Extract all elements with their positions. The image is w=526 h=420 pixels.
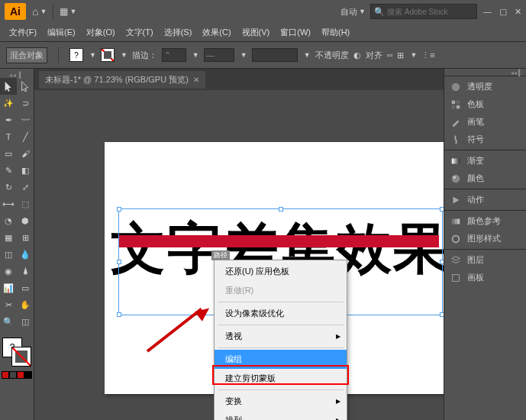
align-icon[interactable]: ▫▫	[387, 50, 393, 60]
chevron-down-icon[interactable]: ▼	[410, 51, 417, 59]
panel-collapse-icon[interactable]: ◂◂ ▍	[444, 69, 526, 76]
hand-tool[interactable]: ✋	[17, 296, 34, 313]
rotate-tool[interactable]: ↻	[0, 179, 17, 195]
shape-builder-tool[interactable]: ◔	[0, 212, 17, 229]
symbol-sprayer-tool[interactable]: 🌢	[17, 263, 34, 279]
brush-def[interactable]	[252, 48, 298, 62]
lasso-tool[interactable]: ⊃	[17, 95, 34, 111]
chevron-down-icon[interactable]: ▼	[359, 8, 366, 15]
menu-effect[interactable]: 效果(C)	[198, 25, 235, 40]
home-icon[interactable]: ⌂	[32, 5, 38, 18]
handle[interactable]	[440, 260, 444, 264]
cm-make-clip[interactable]: 建立剪切蒙版	[215, 369, 347, 388]
eraser-tool[interactable]: ◧	[17, 162, 34, 179]
print-tiling-tool[interactable]: ◫	[17, 313, 34, 330]
menu-type[interactable]: 文字(T)	[121, 25, 158, 40]
transform-icon[interactable]: ⊞	[397, 50, 404, 60]
menu-object[interactable]: 对象(O)	[82, 25, 120, 40]
cm-arrange[interactable]: 排列	[215, 411, 347, 420]
handle[interactable]	[117, 312, 121, 317]
panel-color-guide[interactable]: 颜色参考	[444, 212, 526, 230]
paintbrush-tool[interactable]: 🖌	[17, 145, 34, 162]
auto-label[interactable]: 自动	[340, 6, 357, 18]
stroke-color[interactable]	[11, 347, 31, 367]
cm-perspective[interactable]: 透视	[215, 327, 347, 346]
maximize-icon[interactable]: ▢	[499, 7, 507, 17]
direct-selection-tool[interactable]	[17, 78, 34, 95]
menu-file[interactable]: 文件(F)	[5, 25, 41, 40]
stroke-profile[interactable]: —	[204, 48, 234, 62]
gradient-tool[interactable]: ◫	[0, 246, 17, 263]
fill-swatch[interactable]	[69, 48, 83, 62]
color-mode-strip[interactable]	[2, 371, 32, 379]
panel-color[interactable]: 颜色	[444, 170, 526, 187]
magic-wand-tool[interactable]: ✨	[0, 95, 17, 111]
handle[interactable]	[279, 207, 283, 212]
more-options-icon[interactable]: ⋮≡	[421, 50, 434, 60]
panel-actions[interactable]: 动作	[444, 191, 526, 208]
panel-grip[interactable]: ◂◂ ▍	[0, 72, 34, 78]
shaper-tool[interactable]: ✎	[0, 162, 17, 179]
panel-gradient[interactable]: 渐变	[444, 152, 526, 170]
slice-tool[interactable]: ✂	[0, 296, 17, 313]
cm-group[interactable]: 编组	[215, 350, 347, 369]
search-stock-input[interactable]: 🔍	[370, 4, 477, 19]
chevron-down-icon[interactable]: ▼	[240, 51, 247, 59]
menu-window[interactable]: 窗口(W)	[276, 25, 315, 40]
perspective-tool[interactable]: ▦	[0, 229, 17, 246]
document-tab[interactable]: 未标题-1* @ 71.23% (RGB/GPU 预览) ✕	[39, 71, 205, 89]
handle[interactable]	[117, 207, 121, 212]
align-label[interactable]: 对齐	[366, 50, 382, 61]
panel-transparency[interactable]: 透明度	[444, 78, 526, 95]
pen-tool[interactable]: ✒	[0, 111, 17, 128]
rectangle-tool[interactable]: ▭	[0, 145, 17, 162]
curvature-tool[interactable]: 〰	[17, 111, 34, 128]
width-tool[interactable]: ⟷	[0, 195, 17, 212]
canvas[interactable]: 文字差集效果 路径 还原(U) 应用色板 重做(R) 设为像素级优化 透视	[34, 90, 444, 420]
live-paint-tool[interactable]: ⬢	[17, 212, 34, 229]
chevron-down-icon[interactable]: ▼	[304, 51, 311, 59]
handle[interactable]	[440, 207, 444, 212]
search-input[interactable]	[387, 8, 473, 16]
scale-tool[interactable]: ⤢	[17, 179, 34, 195]
close-icon[interactable]: ✕	[515, 7, 521, 17]
panel-symbols[interactable]: 符号	[444, 131, 526, 148]
type-tool[interactable]: T	[0, 128, 17, 145]
panel-brushes[interactable]: 画笔	[444, 113, 526, 131]
cm-undo[interactable]: 还原(U) 应用色板	[215, 262, 347, 281]
selection-tool[interactable]	[0, 78, 17, 95]
panel-artboards[interactable]: 画板	[444, 269, 526, 286]
cm-pixel-perfect[interactable]: 设为像素级优化	[215, 304, 347, 323]
handle[interactable]	[440, 312, 444, 317]
menu-select[interactable]: 选择(S)	[160, 25, 197, 40]
chevron-down-icon[interactable]: ▼	[192, 51, 199, 59]
opacity-label[interactable]: 不透明度	[315, 50, 349, 61]
menu-view[interactable]: 视图(V)	[237, 25, 275, 40]
panel-layers[interactable]: 图层	[444, 251, 526, 269]
stroke-swatch[interactable]	[101, 48, 115, 62]
panel-graphic-styles[interactable]: 图形样式	[444, 230, 526, 247]
chevron-down-icon[interactable]: ▼	[121, 51, 127, 59]
close-tab-icon[interactable]: ✕	[193, 76, 199, 84]
workspace-icon[interactable]: ▦	[60, 6, 68, 17]
handle[interactable]	[117, 260, 121, 264]
chevron-down-icon[interactable]: ▼	[89, 51, 96, 59]
minimize-icon[interactable]: —	[483, 7, 492, 17]
line-tool[interactable]: ╱	[17, 128, 34, 145]
cm-transform[interactable]: 变换	[215, 392, 347, 411]
menu-edit[interactable]: 编辑(E)	[43, 25, 80, 40]
column-graph-tool[interactable]: 📊	[0, 279, 17, 296]
mesh-tool[interactable]: ⊞	[17, 229, 34, 246]
chevron-down-icon[interactable]: ▼	[40, 8, 47, 15]
style-icon[interactable]: ◐	[353, 50, 361, 60]
panel-swatches[interactable]: 色板	[444, 95, 526, 113]
menu-help[interactable]: 帮助(H)	[317, 25, 354, 40]
free-transform-tool[interactable]: ⬚	[17, 195, 34, 212]
eyedropper-tool[interactable]: 💧	[17, 246, 34, 263]
blend-tool[interactable]: ◉	[0, 263, 17, 279]
fill-stroke-swatches[interactable]	[1, 336, 33, 368]
chevron-down-icon[interactable]: ▼	[69, 8, 76, 15]
zoom-tool[interactable]: 🔍	[0, 313, 17, 330]
stroke-weight-input[interactable]: ⌃	[162, 48, 186, 62]
artboard-tool[interactable]: ▭	[17, 279, 34, 296]
